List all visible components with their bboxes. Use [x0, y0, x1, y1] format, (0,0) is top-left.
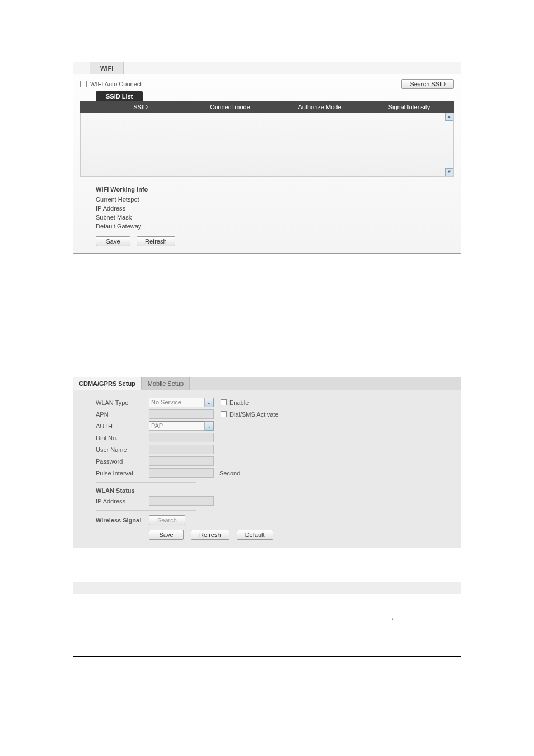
scroll-up-button[interactable]: ▲: [445, 113, 453, 121]
dial-sms-label: Dial/SMS Activate: [229, 411, 278, 418]
col-authorize-mode: Authorize Mode: [275, 101, 364, 113]
user-name-label: User Name: [96, 446, 149, 453]
ssid-table-header: SSID Connect mode Authorize Mode Signal …: [80, 101, 454, 113]
default-gateway-label: Default Gateway: [96, 222, 454, 231]
separator: [96, 482, 196, 483]
cdma-button-row: Save Refresh Default: [73, 526, 461, 540]
password-label: Password: [96, 458, 149, 465]
wlan-type-dropdown-icon[interactable]: ⌄: [205, 398, 214, 407]
tab-cdma-gprs[interactable]: CDMA/GPRS Setup: [73, 377, 142, 390]
pulse-interval-input[interactable]: [149, 468, 214, 478]
enable-label: Enable: [229, 399, 249, 406]
wifi-refresh-button[interactable]: Refresh: [137, 236, 175, 246]
dial-sms-checkbox[interactable]: [221, 411, 227, 417]
user-name-input[interactable]: [149, 445, 214, 454]
cdma-default-button[interactable]: Default: [237, 530, 273, 540]
ptable-header-1: [73, 582, 129, 594]
apn-label: APN: [96, 411, 149, 418]
current-hotspot-label: Current Hotspot: [96, 195, 454, 204]
cdma-save-button[interactable]: Save: [149, 530, 184, 540]
col-signal-intensity: Signal Intensity: [364, 101, 454, 113]
ssid-list-tab[interactable]: SSID List: [96, 91, 143, 101]
ssid-list-section: SSID List SSID Connect mode Authorize Mo…: [73, 91, 461, 177]
parameter-table: ,: [73, 582, 461, 657]
ip-address-value: [149, 496, 214, 506]
wifi-auto-connect-row: WIFI Auto Connect Search SSID: [73, 74, 461, 91]
ptable-r1c2: ,: [129, 594, 461, 633]
ptable-comma: ,: [391, 612, 394, 621]
ptable-r2c1: [73, 633, 129, 645]
wlan-type-select[interactable]: No Service: [149, 398, 205, 407]
dial-no-label: Dial No.: [96, 435, 149, 441]
ip-address-label: IP Address: [96, 204, 454, 213]
wireless-signal-label: Wireless Signal: [96, 517, 149, 524]
wifi-button-row: Save Refresh: [73, 236, 461, 253]
scroll-down-button[interactable]: ▼: [445, 168, 453, 176]
ptable-r1c1: [73, 594, 129, 633]
tab-mobile-setup[interactable]: Mobile Setup: [142, 377, 190, 390]
cdma-form: WLAN Type No Service ⌄ Enable APN Dial/S…: [73, 390, 461, 548]
ptable-header-2: [129, 582, 461, 594]
col-connect-mode: Connect mode: [185, 101, 275, 113]
wifi-panel: WIFI WIFI Auto Connect Search SSID SSID …: [73, 62, 461, 254]
ptable-r3c1: [73, 645, 129, 657]
enable-checkbox[interactable]: [221, 399, 227, 405]
auth-label: AUTH: [96, 423, 149, 430]
wifi-title: WIFI: [90, 62, 124, 74]
second-label: Second: [219, 470, 240, 477]
tab-bar: CDMA/GPRS Setup Mobile Setup: [73, 377, 461, 390]
cdma-gprs-panel: CDMA/GPRS Setup Mobile Setup WLAN Type N…: [73, 377, 461, 548]
wifi-auto-connect-checkbox[interactable]: [80, 81, 87, 87]
wlan-status-label: WLAN Status: [96, 487, 149, 494]
wlan-type-label: WLAN Type: [96, 399, 149, 406]
pulse-interval-label: Pulse Interval: [96, 470, 149, 477]
ptable-r2c2: [129, 633, 461, 645]
search-button[interactable]: Search: [149, 515, 185, 525]
cdma-refresh-button[interactable]: Refresh: [191, 530, 229, 540]
wifi-save-button[interactable]: Save: [96, 236, 130, 246]
password-input[interactable]: [149, 456, 214, 466]
separator-2: [96, 510, 196, 511]
ptable-r3c2: [129, 645, 461, 657]
wifi-auto-connect-label: WIFI Auto Connect: [90, 81, 142, 87]
wifi-title-bar: WIFI: [73, 62, 461, 74]
auth-dropdown-icon[interactable]: ⌄: [205, 421, 214, 431]
col-ssid: SSID: [96, 101, 185, 113]
wifi-working-info: WIFI Working Info Current Hotspot IP Add…: [73, 183, 461, 236]
wifi-info-heading: WIFI Working Info: [96, 185, 454, 194]
search-ssid-button[interactable]: Search SSID: [401, 79, 454, 89]
auth-select[interactable]: PAP: [149, 421, 205, 431]
dial-no-input[interactable]: [149, 433, 214, 442]
apn-input[interactable]: [149, 409, 214, 419]
ssid-table-body: ▲ ▼: [80, 113, 454, 177]
ip-address-label-3g: IP Address: [96, 498, 149, 505]
subnet-mask-label: Subnet Mask: [96, 213, 454, 222]
